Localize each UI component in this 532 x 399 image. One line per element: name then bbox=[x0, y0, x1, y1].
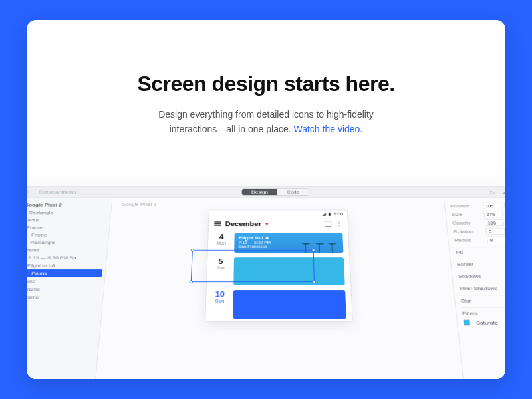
event-card[interactable] bbox=[233, 257, 344, 285]
inspector-blur-section[interactable]: Blur+ bbox=[460, 295, 505, 303]
filter-swatch[interactable] bbox=[463, 319, 471, 326]
day-col: 10 Sun bbox=[211, 290, 228, 319]
hero-title: Screen design starts here. bbox=[80, 72, 452, 96]
inspector-opacity-row: Opacity 100 bbox=[452, 219, 505, 226]
tab-code[interactable]: Code bbox=[277, 189, 309, 195]
preview-icon[interactable]: ▷ bbox=[490, 189, 495, 194]
size-h-input[interactable]: 105 bbox=[505, 211, 505, 217]
position-y-input[interactable]: 0 bbox=[504, 203, 505, 209]
signal-icon: ◢ bbox=[323, 212, 326, 217]
window-title: Calendar.framer bbox=[38, 190, 76, 194]
month-label[interactable]: December bbox=[225, 221, 262, 227]
event-card[interactable] bbox=[233, 290, 346, 319]
day-name: Sun bbox=[212, 299, 228, 303]
tree-item[interactable]: Frame bbox=[27, 224, 110, 231]
tree-item[interactable]: Frame bbox=[27, 246, 108, 253]
landing-card: Screen design starts here. Design everyt… bbox=[27, 20, 505, 379]
day-name: Tue bbox=[213, 266, 228, 270]
filter-label: Saturate bbox=[476, 320, 499, 326]
day-entry: 10 Sun bbox=[205, 287, 352, 321]
app-stage: Calendar.framer Design Code ▷ ☁ ▣ Share … bbox=[27, 186, 505, 379]
hero-subtitle-line2: interactions—all in one place. bbox=[170, 124, 294, 134]
inspector-radius-row: Radius 8 bbox=[454, 237, 505, 243]
inspector-inner-shadows-section[interactable]: Inner Shadows+ bbox=[459, 283, 505, 291]
size-w-input[interactable]: 276 bbox=[483, 211, 503, 217]
status-time: 9:00 bbox=[334, 212, 343, 217]
inspector-label: Position bbox=[450, 203, 480, 209]
tree-root[interactable]: Google Pixel 2 bbox=[27, 201, 112, 209]
inspector-label: Opacity bbox=[452, 220, 483, 225]
palm-icon bbox=[302, 243, 310, 245]
battery-icon: ▮ bbox=[329, 212, 331, 217]
tree-item[interactable]: Frame bbox=[27, 293, 103, 301]
opacity-input[interactable]: 100 bbox=[484, 219, 504, 226]
calendar-icon[interactable] bbox=[325, 221, 332, 227]
chevron-down-icon[interactable]: ▾ bbox=[265, 221, 269, 227]
resize-handle[interactable] bbox=[190, 280, 193, 283]
day-entry: 4 Mon Flight to LA 7:15 — 8:30 PM San Fr… bbox=[207, 231, 349, 255]
tree-item[interactable]: Rectangle bbox=[27, 209, 111, 217]
event-location: San Francisco bbox=[238, 245, 339, 249]
app-window: Calendar.framer Design Code ▷ ☁ ▣ Share … bbox=[27, 186, 505, 379]
device-header: December ▾ ⋮ bbox=[209, 218, 348, 231]
day-col: 5 Tue bbox=[212, 257, 228, 285]
device-frame[interactable]: ◢ ▮ 9:00 December ▾ ⋮ bbox=[205, 210, 353, 322]
day-name: Mon bbox=[213, 241, 229, 245]
event-title: Flight to LA bbox=[239, 235, 339, 241]
rotation-input[interactable]: 0 bbox=[485, 228, 505, 235]
tree-item[interactable]: Flight to LA bbox=[27, 261, 106, 269]
canvas[interactable]: Google Pixel 2 ◢ ▮ 9:00 December ▾ ⋮ bbox=[88, 198, 471, 379]
event-card-photo[interactable]: Flight to LA 7:15 — 8:30 PM San Francisc… bbox=[234, 233, 343, 253]
tree-item[interactable]: Rectangle bbox=[27, 239, 108, 246]
tab-design[interactable]: Design bbox=[242, 189, 277, 195]
mode-segmented: Design Code bbox=[241, 188, 310, 196]
more-icon[interactable]: ⋮ bbox=[335, 221, 342, 226]
day-number: 10 bbox=[212, 290, 228, 299]
inspector-label: Size bbox=[451, 212, 481, 217]
hero-subtitle-line1: Design everything from detailed icons to… bbox=[158, 109, 374, 120]
titlebar-right: ▷ ☁ ▣ Share bbox=[490, 189, 505, 194]
inspector-label: Rotation bbox=[453, 229, 483, 234]
device-statusbar: ◢ ▮ 9:00 bbox=[209, 210, 347, 218]
inspector-saturate-row: Saturate 200 bbox=[463, 319, 505, 326]
cloud-icon[interactable]: ☁ bbox=[501, 189, 505, 194]
inspector-label: Radius bbox=[454, 237, 485, 243]
titlebar: Calendar.framer Design Code ▷ ☁ ▣ Share bbox=[27, 187, 505, 198]
resize-handle[interactable] bbox=[191, 249, 194, 251]
tree-item[interactable]: 7:15 — 8:30 PM Sa… bbox=[27, 254, 107, 262]
tree-item[interactable]: Frame bbox=[27, 277, 104, 285]
day-number: 5 bbox=[213, 257, 228, 265]
day-number: 4 bbox=[213, 233, 229, 241]
day-col: 4 Mon bbox=[213, 233, 229, 253]
inspector-position-row: Position 105 0 bbox=[450, 203, 505, 209]
hero: Screen design starts here. Design everyt… bbox=[27, 20, 505, 154]
app-body: ▭ T ≣ ⌕ Google Pixel 2 Rectangle iPad Fr… bbox=[27, 198, 505, 379]
day-entry: 5 Tue bbox=[207, 255, 351, 288]
tree-item[interactable]: iPad bbox=[27, 217, 110, 224]
hero-subtitle: Design everything from detailed icons to… bbox=[80, 107, 452, 137]
tree-item-selected[interactable]: Palms bbox=[27, 269, 102, 277]
radius-input[interactable]: 8 bbox=[487, 237, 505, 243]
palm-icon bbox=[315, 243, 324, 245]
watch-video-link[interactable]: Watch the video bbox=[294, 124, 360, 134]
traffic-light-max[interactable] bbox=[27, 190, 29, 194]
menu-icon[interactable] bbox=[214, 221, 221, 226]
inspector-filters-section[interactable]: Filters bbox=[462, 307, 505, 316]
inspector-border-section[interactable]: Border+ bbox=[456, 259, 505, 267]
tree-item[interactable]: Frame bbox=[27, 285, 104, 293]
hero-period: . bbox=[360, 124, 362, 134]
artboard-label: Google Pixel 2 bbox=[121, 202, 156, 207]
tree-item[interactable]: Frame bbox=[27, 231, 109, 239]
inspector-rotation-row: Rotation 0 bbox=[453, 228, 505, 235]
palm-icon bbox=[328, 243, 336, 245]
inspector-shadows-section[interactable]: Shadows+ bbox=[458, 271, 505, 279]
position-x-input[interactable]: 105 bbox=[482, 203, 502, 209]
inspector-size-row: Size 276 105 bbox=[451, 211, 505, 217]
inspector-fill-section[interactable]: Fill+ bbox=[455, 247, 505, 255]
